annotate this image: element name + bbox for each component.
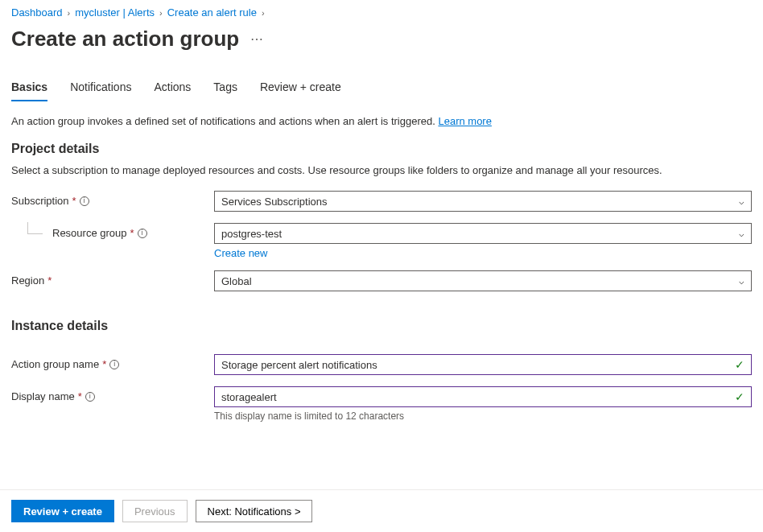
review-create-button[interactable]: Review + create — [11, 500, 114, 522]
create-new-link[interactable]: Create new — [214, 247, 267, 259]
action-group-name-input[interactable]: Storage percent alert notifications ✓ — [214, 354, 752, 375]
info-icon[interactable]: i — [138, 229, 147, 238]
required-asterisk: * — [130, 227, 134, 239]
display-name-value: storagealert — [221, 391, 277, 403]
display-name-label: Display name — [11, 390, 75, 402]
resource-group-select[interactable]: postgres-test ⌵ — [214, 223, 752, 244]
breadcrumb-item-cluster-alerts[interactable]: mycluster | Alerts — [75, 6, 155, 19]
action-group-name-label: Action group name — [11, 358, 99, 370]
tab-basics[interactable]: Basics — [11, 80, 47, 101]
breadcrumb-item-create-alert-rule[interactable]: Create an alert rule — [167, 6, 257, 19]
chevron-down-icon: ⌵ — [739, 196, 744, 207]
required-asterisk: * — [72, 195, 76, 207]
project-details-description: Select a subscription to manage deployed… — [11, 164, 752, 176]
required-asterisk: * — [47, 274, 52, 287]
tab-actions[interactable]: Actions — [154, 80, 191, 101]
required-asterisk: * — [78, 390, 82, 402]
tab-review-create[interactable]: Review + create — [260, 80, 341, 101]
info-icon[interactable]: i — [85, 392, 95, 402]
display-name-helper: This display name is limited to 12 chara… — [214, 410, 752, 422]
region-value: Global — [221, 275, 252, 287]
chevron-right-icon: › — [159, 8, 163, 18]
chevron-down-icon: ⌵ — [739, 229, 744, 239]
breadcrumb-item-dashboard[interactable]: Dashboard — [11, 6, 63, 19]
check-icon: ✓ — [735, 390, 744, 403]
breadcrumb: Dashboard › mycluster | Alerts › Create … — [11, 6, 752, 19]
info-icon[interactable]: i — [109, 360, 119, 369]
project-details-heading: Project details — [11, 142, 752, 156]
action-group-name-value: Storage percent alert notifications — [221, 359, 377, 371]
display-name-input[interactable]: storagealert ✓ — [214, 386, 752, 407]
previous-button[interactable]: Previous — [122, 500, 188, 522]
more-actions-icon[interactable]: ⋯ — [250, 31, 264, 47]
chevron-right-icon: › — [262, 8, 265, 18]
footer: Review + create Previous Next: Notificat… — [0, 489, 763, 532]
learn-more-link[interactable]: Learn more — [438, 115, 491, 127]
intro-text-body: An action group invokes a defined set of… — [11, 115, 438, 127]
required-asterisk: * — [102, 358, 106, 370]
info-icon[interactable]: i — [80, 196, 89, 206]
next-button[interactable]: Next: Notifications > — [196, 500, 313, 522]
check-icon: ✓ — [735, 358, 744, 371]
instance-details-heading: Instance details — [11, 319, 752, 333]
subscription-value: Services Subscriptions — [221, 196, 328, 208]
intro-text: An action group invokes a defined set of… — [11, 115, 752, 127]
resource-group-value: postgres-test — [221, 228, 282, 240]
chevron-down-icon: ⌵ — [739, 276, 744, 287]
resource-group-label: Resource group — [52, 227, 127, 239]
tab-tags[interactable]: Tags — [213, 80, 237, 101]
chevron-right-icon: › — [68, 8, 71, 18]
region-label: Region — [11, 274, 44, 287]
subscription-select[interactable]: Services Subscriptions ⌵ — [214, 191, 752, 212]
page-title: Create an action group — [11, 27, 239, 52]
region-select[interactable]: Global ⌵ — [214, 270, 752, 291]
tabs: Basics Notifications Actions Tags Review… — [11, 80, 752, 102]
tab-notifications[interactable]: Notifications — [70, 80, 131, 101]
subscription-label: Subscription — [11, 195, 69, 207]
